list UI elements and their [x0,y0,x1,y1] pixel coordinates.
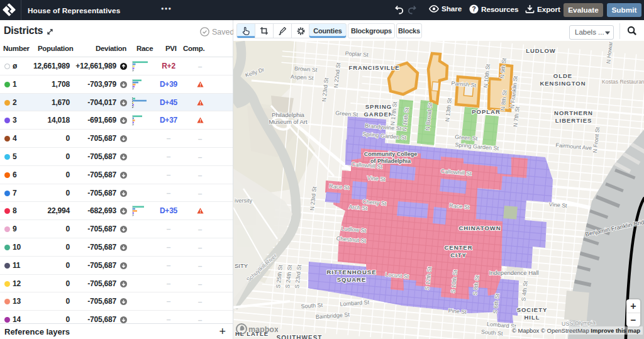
svg-text:NORTHERN: NORTHERN [554,109,593,116]
svg-text:HILL: HILL [524,314,540,321]
svg-text:OLDE: OLDE [553,72,572,79]
svg-text:LUDLOW: LUDLOW [526,47,556,54]
svg-text:KENSINGTON: KENSINGTON [540,80,586,87]
svg-text:CITY: CITY [450,252,467,258]
svg-text:SPRING: SPRING [365,103,392,110]
svg-text:Philadelphia: Philadelphia [272,111,304,118]
svg-text:GARDEN: GARDEN [364,111,393,118]
svg-text:of Philadelphia: of Philadelphia [370,158,411,164]
svg-text:Community College: Community College [364,151,418,157]
svg-text:RITTENHOUSE: RITTENHOUSE [326,269,376,275]
svg-text:mapbox: mapbox [248,325,278,334]
svg-text:Museum of Art: Museum of Art [269,118,308,125]
svg-text:CHINATOWN: CHINATOWN [458,225,501,231]
svg-text:SOUTHWEST: SOUTHWEST [277,335,323,339]
svg-text:?: ? [472,6,475,13]
svg-text:CENTER: CENTER [444,244,472,251]
svg-text:POPLAR: POPLAR [472,108,501,115]
svg-text:SOCIETY: SOCIETY [517,306,548,313]
svg-text:Kostas Restaurant: Kostas Restaurant [602,79,644,85]
svg-text:FRANCISVILLE: FRANCISVILLE [348,64,399,71]
svg-text:SITY: SITY [235,262,248,269]
svg-text:Independence Hall: Independence Hall [489,269,538,276]
svg-text:LIBERTIES: LIBERTIES [555,117,592,124]
svg-text:iversity: iversity [235,197,253,204]
svg-text:SQUARE: SQUARE [337,276,367,283]
